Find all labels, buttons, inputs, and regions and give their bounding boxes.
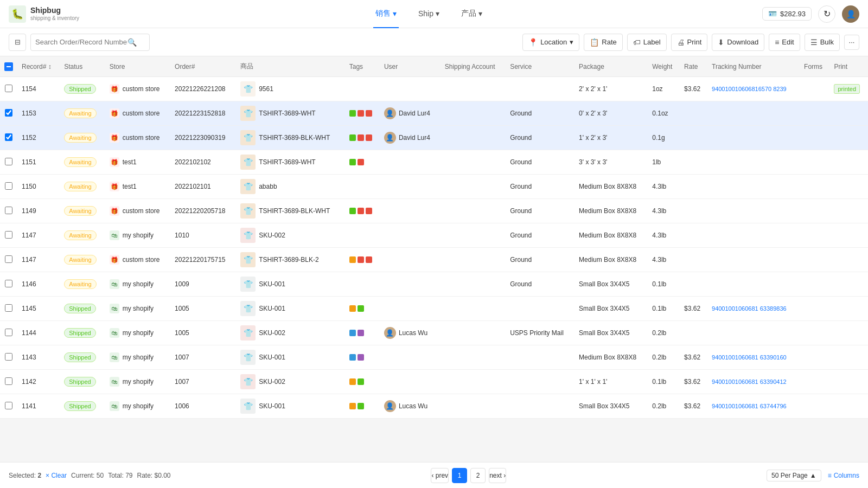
nav-ship[interactable]: Ship ▾ (416, 0, 442, 28)
status-badge: Shipped (64, 328, 95, 338)
product-name: TSHIRT-3689-WHT (259, 158, 315, 166)
cell-package: Medium Box 8X8X8 (575, 175, 648, 199)
tracking-link[interactable]: 94001001060681 63390160 (712, 354, 787, 361)
cell-rate (680, 223, 707, 248)
cell-print (829, 321, 868, 345)
cell-package: Small Box 3X4X5 (575, 394, 648, 419)
store-icon: 🎁 (110, 84, 119, 94)
row-checkbox[interactable] (5, 304, 12, 312)
cell-product: 👕TSHIRT-3689-BLK-WHT (236, 126, 345, 150)
table-row: 1153Awaiting🎁custom store20221223152818👕… (0, 101, 868, 126)
cell-forms (800, 297, 829, 321)
cell-forms (800, 321, 829, 345)
tag-square (358, 330, 364, 336)
cell-service: Ground (506, 272, 575, 297)
select-all-checkbox[interactable] (4, 62, 13, 71)
row-checkbox[interactable] (5, 329, 12, 336)
cell-status: Awaiting (60, 175, 105, 199)
row-checkbox[interactable] (5, 85, 12, 92)
location-button[interactable]: 📍 Location ▾ (522, 34, 579, 51)
row-checkbox[interactable] (5, 133, 12, 141)
row-checkbox[interactable] (5, 158, 12, 165)
cell-shipping-account (441, 126, 506, 150)
row-checkbox[interactable] (5, 377, 12, 385)
col-record[interactable]: Record# ↕ (17, 56, 60, 77)
nav-sales[interactable]: 销售 ▾ (373, 0, 399, 28)
cell-rate: $3.62 (680, 345, 707, 370)
rate-button[interactable]: 📋 Rate (584, 34, 622, 51)
row-checkbox[interactable] (5, 255, 12, 263)
cell-weight: 0.1g (648, 126, 680, 150)
product-image: 👕 (240, 228, 256, 243)
row-checkbox[interactable] (5, 109, 12, 117)
search-input[interactable] (35, 38, 127, 46)
row-checkbox[interactable] (5, 231, 12, 239)
filter-button[interactable]: ⊟ (9, 34, 26, 51)
location-label: Location (540, 38, 567, 46)
cell-store: 🛍my shopify (105, 370, 170, 394)
bulk-button[interactable]: ☰ Bulk (805, 34, 840, 51)
product-name: SKU-001 (259, 354, 285, 361)
label-button[interactable]: 🏷 Label (627, 34, 667, 51)
cell-package: Medium Box 8X8X8 (575, 199, 648, 223)
cell-service: Ground (506, 248, 575, 272)
table-row: 1154Shipped🎁custom store20221226221208👕9… (0, 77, 868, 101)
download-label: Download (727, 38, 758, 46)
user-name: Lucas Wu (399, 329, 427, 337)
cell-forms (800, 77, 829, 101)
tracking-link[interactable]: 94001001060681 63390412 (712, 378, 787, 385)
cell-store: 🎁custom store (105, 248, 170, 272)
product-name: TSHIRT-3689-BLK-WHT (259, 207, 330, 215)
app-sub: shipping & inventory (30, 15, 79, 22)
product-image: 👕 (240, 399, 256, 414)
cell-tags (345, 297, 380, 321)
product-name: SKU-001 (259, 280, 285, 288)
cell-user (380, 77, 441, 101)
edit-icon: ≡ (775, 38, 779, 47)
status-badge: Shipped (64, 352, 95, 362)
tracking-link[interactable]: 940010010606816570 8239 (712, 86, 787, 92)
more-button[interactable]: ··· (844, 35, 859, 50)
download-button[interactable]: ⬇ Download (712, 34, 764, 51)
refresh-button[interactable]: ↻ (818, 5, 835, 23)
cell-tags (345, 150, 380, 175)
cell-tracking: 94001001060681 63389836 (707, 297, 800, 321)
row-checkbox[interactable] (5, 402, 12, 409)
status-badge: Awaiting (64, 279, 96, 289)
store-name: test1 (123, 158, 137, 166)
tracking-link[interactable]: 94001001060681 63744796 (712, 403, 787, 409)
row-checkbox[interactable] (5, 353, 12, 361)
tracking-link[interactable]: 94001001060681 63389836 (712, 305, 787, 312)
search-icon[interactable]: 🔍 (127, 38, 137, 47)
edit-button[interactable]: ≡ Edit (769, 34, 800, 51)
cell-service (506, 297, 575, 321)
status-badge: Awaiting (64, 230, 96, 240)
avatar[interactable]: 👤 (842, 5, 859, 23)
cell-shipping-account (441, 297, 506, 321)
cell-status: Shipped (60, 345, 105, 370)
cell-print (829, 248, 868, 272)
print-button[interactable]: 🖨 Print (671, 34, 708, 51)
store-icon: 🛍 (110, 230, 119, 240)
store-name: my shopify (123, 329, 154, 337)
cell-service (506, 77, 575, 101)
row-checkbox[interactable] (5, 280, 12, 287)
nav-products[interactable]: 产品 ▾ (459, 0, 484, 28)
balance-button[interactable]: 🪪 $282.93 (762, 7, 812, 21)
cell-tracking (707, 199, 800, 223)
cell-rate (680, 199, 707, 223)
cell-order: 1005 (170, 321, 236, 345)
product-name: ababb (259, 183, 277, 190)
cell-forms (800, 248, 829, 272)
cell-record: 1145 (17, 297, 60, 321)
row-checkbox[interactable] (5, 207, 12, 214)
row-checkbox[interactable] (5, 182, 12, 190)
cell-store: 🛍my shopify (105, 394, 170, 419)
cell-shipping-account (441, 150, 506, 175)
store-icon: 🎁 (110, 133, 119, 143)
bulk-icon: ☰ (810, 38, 818, 47)
cell-product: 👕TSHIRT-3689-WHT (236, 150, 345, 175)
status-badge: Awaiting (64, 182, 96, 191)
product-image: 👕 (240, 106, 256, 121)
tag-square (358, 208, 364, 214)
